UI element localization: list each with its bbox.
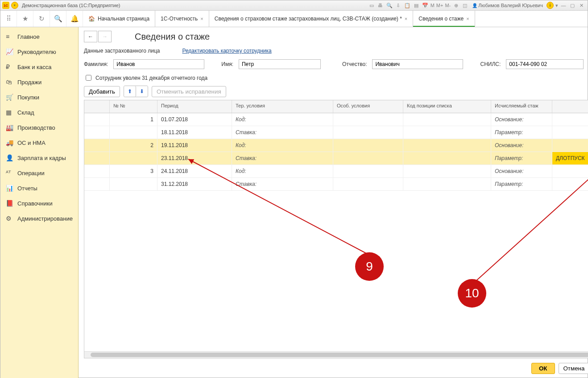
history-icon[interactable]: ↻ xyxy=(33,11,50,27)
sidebar-item-reference[interactable]: 📕Справочники xyxy=(0,196,78,211)
table-row-selected[interactable]: 2 19.11.2018 Код: Основание: xyxy=(84,139,588,152)
group-label: Данные застрахованного лица xyxy=(84,48,160,54)
panels-icon[interactable]: ◫ xyxy=(461,2,468,9)
tab-service-length[interactable]: Сведения о стаже× xyxy=(413,11,475,27)
close-icon[interactable]: ✕ xyxy=(578,2,585,9)
cancel-button[interactable]: Отмена xyxy=(559,363,588,374)
sidebar-item-production[interactable]: 🏭Производство xyxy=(0,120,78,135)
minimize-icon[interactable]: — xyxy=(560,2,567,9)
table: № № Период Тер. условия Особ. условия Ко… xyxy=(84,100,588,358)
tab-home[interactable]: 🏠Начальная страница xyxy=(83,11,155,27)
cell-param-value[interactable]: ДЛОТПУСК xyxy=(552,152,588,164)
memory-mminus[interactable]: M- xyxy=(445,3,451,8)
sidebar-item-reports[interactable]: 📊Отчеты xyxy=(0,181,78,196)
info-dropdown[interactable]: ▾ xyxy=(555,3,558,8)
memory-m[interactable]: M xyxy=(431,3,435,8)
table-row[interactable]: 1 01.07.2018 Код: Основание: xyxy=(84,113,588,126)
tab-1c-report[interactable]: 1С-Отчетность× xyxy=(155,11,209,27)
move-down-button[interactable]: ⬇ xyxy=(136,86,148,97)
th-num: № № xyxy=(110,100,157,113)
maximize-icon[interactable]: ▢ xyxy=(569,2,576,9)
main: × ← → Сведения о стаже Данные застрахова… xyxy=(79,27,588,378)
sidebar-item-warehouse[interactable]: ▦Склад xyxy=(0,105,78,120)
sidebar-item-purchases[interactable]: 🛒Покупки xyxy=(0,90,78,105)
table-row[interactable]: 18.11.2018 Ставка: Параметр: xyxy=(84,126,588,139)
gear-icon: ⚙ xyxy=(6,215,15,222)
scrollbar-thumb[interactable] xyxy=(91,353,588,357)
cell-date2: 23.11.2018 xyxy=(157,152,232,164)
table-row-selected[interactable]: 23.11.2018 Ставка: Параметр: ДЛОТПУСК xyxy=(84,152,588,165)
footer: ОК Отмена Еще xyxy=(79,358,588,378)
current-user[interactable]: Любимов Валерий Юрьевич xyxy=(472,3,543,8)
patronymic-label: Отчество: xyxy=(342,61,367,67)
print-preview-icon[interactable]: ▭ xyxy=(368,2,375,9)
calendar-icon[interactable]: 📅 xyxy=(422,2,429,9)
tabbar: ⠿ ★ ↻ 🔍 🔔 🏠Начальная страница 1С-Отчетно… xyxy=(0,11,588,27)
add-button[interactable]: Добавить xyxy=(84,86,120,97)
cell-param-label: Параметр: xyxy=(495,181,523,187)
cell-osn-label: Основание: xyxy=(495,116,524,123)
cell-param-label: Параметр: xyxy=(495,129,523,136)
favorite-icon[interactable]: ★ xyxy=(17,11,33,27)
th-period: Период xyxy=(157,100,232,113)
clipboard-icon[interactable]: 📋 xyxy=(404,2,411,9)
cell-stavka-label: Ставка: xyxy=(236,181,257,187)
tab-close-icon[interactable]: × xyxy=(466,16,469,21)
subheader: Данные застрахованного лица Редактироват… xyxy=(79,46,588,56)
edit-employee-link[interactable]: Редактировать карточку сотрудника xyxy=(182,48,271,54)
page-header: ← → Сведения о стаже xyxy=(79,27,588,46)
cell-num: 1 xyxy=(110,113,157,126)
tab-close-icon[interactable]: × xyxy=(200,16,203,21)
name-label: Имя: xyxy=(221,61,233,67)
form-row: Фамилия: Имя: Отчество: СНИЛС: xyxy=(79,56,588,73)
sidebar-item-operations[interactable]: ᴬᵀОперации xyxy=(0,165,78,181)
sidebar-item-bank[interactable]: ₽Банк и касса xyxy=(0,59,78,74)
snils-input[interactable] xyxy=(506,59,584,69)
link-icon[interactable]: ⇩ xyxy=(395,2,402,9)
bag-icon: 🛍 xyxy=(6,78,15,86)
tab-szv[interactable]: Сведения о страховом стаже застрахованны… xyxy=(209,11,413,27)
move-up-button[interactable]: ⬆ xyxy=(124,86,136,97)
table-body: 1 01.07.2018 Код: Основание: 18.11.2018 … xyxy=(84,113,588,351)
search-doc-icon[interactable]: 🔍 xyxy=(386,2,393,9)
cell-kod-label: Код: xyxy=(236,168,246,174)
cell-param-label: Параметр: xyxy=(495,155,523,161)
memory-mplus[interactable]: M+ xyxy=(436,3,443,8)
th-kodpos: Код позиции списка xyxy=(403,100,491,113)
cell-stavka-label: Ставка: xyxy=(236,155,257,161)
cell-osn-label: Основание: xyxy=(495,142,524,148)
sidebar-item-main[interactable]: ≡Главное xyxy=(0,29,78,44)
surname-input[interactable] xyxy=(113,59,204,69)
app-menu-dropdown[interactable]: ▾ xyxy=(11,2,18,9)
dismissed-checkbox[interactable] xyxy=(86,75,91,81)
search-icon[interactable]: 🔍 xyxy=(50,11,66,27)
name-input[interactable] xyxy=(239,59,321,69)
cell-kod-label: Код: xyxy=(236,116,246,123)
zoom-icon[interactable]: ⊕ xyxy=(452,2,460,9)
sidebar-item-hr[interactable]: 👤Зарплата и кадры xyxy=(0,150,78,165)
apps-icon[interactable]: ⠿ xyxy=(0,11,17,27)
th-stazh: Исчисляемый стаж xyxy=(491,100,552,113)
bell-icon[interactable]: 🔔 xyxy=(66,11,83,27)
sidebar-item-assets[interactable]: 🚚ОС и НМА xyxy=(0,135,78,150)
th-stazh2 xyxy=(552,100,588,113)
table-row[interactable]: 31.12.2018 Ставка: Параметр: xyxy=(84,178,588,191)
ok-button[interactable]: ОК xyxy=(531,363,555,374)
ops-icon: ᴬᵀ xyxy=(6,169,15,177)
nav-back-button[interactable]: ← xyxy=(84,31,97,42)
print-icon[interactable]: 🖶 xyxy=(377,2,384,9)
patronymic-input[interactable] xyxy=(372,59,463,69)
chart-icon: 📈 xyxy=(6,48,15,55)
horizontal-scrollbar[interactable] xyxy=(84,351,588,358)
info-icon[interactable]: i xyxy=(547,2,554,9)
tab-close-icon[interactable]: × xyxy=(405,16,407,21)
dismissed-row: Сотрудник уволен 31 декабря отчетного го… xyxy=(79,73,588,83)
cart-icon: 🛒 xyxy=(6,94,15,101)
table-row[interactable]: 3 24.11.2018 Код: Основание: xyxy=(84,165,588,178)
cell-date2: 18.11.2018 xyxy=(157,126,232,139)
calc-icon[interactable]: ▤ xyxy=(413,2,420,9)
cell-osn-label: Основание: xyxy=(495,168,524,174)
sidebar-item-manager[interactable]: 📈Руководителю xyxy=(0,44,78,59)
sidebar-item-sales[interactable]: 🛍Продажи xyxy=(0,74,78,90)
sidebar-item-admin[interactable]: ⚙Администрирование xyxy=(0,211,78,226)
